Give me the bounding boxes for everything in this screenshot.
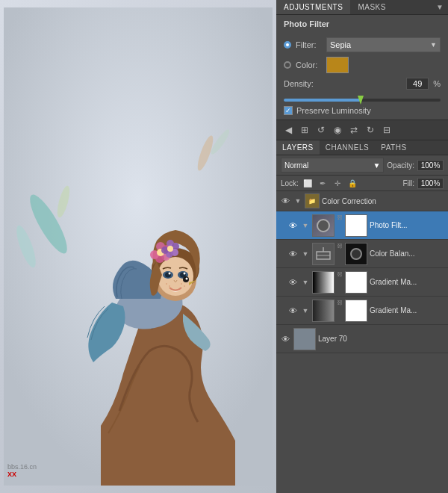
layer-name: Photo Filt... (370, 221, 445, 229)
svg-point-20 (169, 285, 170, 287)
eye-icon[interactable]: 👁 (287, 276, 299, 288)
expand-icon[interactable]: ▼ (301, 221, 310, 230)
preserve-luminosity-row: ✓ Preserve Luminosity (276, 106, 448, 115)
layer-name: Gradient Ma... (370, 278, 445, 286)
tab-masks[interactable]: MASKS (350, 0, 393, 14)
layer-thumbnails: ⛓ (312, 271, 367, 294)
panel-title: Photo Filter (276, 15, 448, 33)
lock-all-button[interactable]: 🔒 (346, 177, 358, 189)
watermark-red: XX (7, 471, 16, 478)
chain-icon: ⛓ (336, 243, 343, 250)
checkmark-icon: ✓ (285, 107, 291, 114)
svg-point-18 (184, 273, 186, 275)
eye-icon[interactable]: 👁 (287, 305, 299, 317)
back-button[interactable]: ◀ (281, 123, 296, 137)
layer-thumb-main (312, 300, 335, 322)
expand-icon[interactable]: ▼ (301, 278, 310, 287)
svg-point-36 (186, 278, 188, 280)
layer-gradient-map-2[interactable]: 👁 ▼ ⛓ Gradient Ma... (276, 297, 448, 325)
panel-toolbar: ◀ ⊞ ↺ ◉ ⇄ ↻ ⊟ (276, 120, 448, 140)
layer-thumb-mask (345, 300, 367, 322)
eye-icon[interactable]: 👁 (279, 195, 291, 207)
expand-icon[interactable]: ▼ (301, 249, 310, 258)
swap-button[interactable]: ⇄ (346, 123, 361, 137)
layer-thumbnails: ⛓ (312, 243, 367, 265)
preserve-luminosity-checkbox[interactable]: ✓ (284, 106, 293, 115)
density-label: Density: (284, 79, 321, 88)
watermark-text: bbs.16.cn (7, 463, 37, 471)
lock-label: Lock: (281, 179, 299, 187)
group-name: Color Correction (322, 197, 445, 205)
preserve-luminosity-label: Preserve Luminosity (296, 106, 371, 115)
fill-label: Fill: (402, 179, 414, 187)
rotate-button[interactable]: ↺ (314, 123, 329, 137)
svg-point-19 (166, 283, 167, 285)
layer-name: Color Balan... (370, 249, 445, 258)
filter-radio-button[interactable] (284, 41, 291, 49)
color-radio-button[interactable] (284, 61, 291, 69)
filter-dropdown[interactable]: Sepia ▼ (326, 37, 441, 52)
density-input[interactable] (406, 78, 429, 90)
layer-thumbnails: ⛓ (312, 214, 367, 237)
delete-button[interactable]: ⊟ (379, 123, 394, 137)
opacity-input[interactable] (417, 160, 444, 171)
expand-icon[interactable]: ▼ (301, 306, 310, 315)
layers-list: 👁 ▼ 📁 Color Correction 👁 ▼ ⛓ Photo Filt.… (276, 191, 448, 493)
density-slider[interactable] (276, 99, 448, 102)
color-label: Color: (296, 61, 322, 69)
fill-input[interactable] (417, 178, 444, 189)
svg-point-22 (184, 285, 185, 287)
blend-mode-dropdown[interactable]: Normal ▼ (281, 158, 384, 173)
eye-icon[interactable]: 👁 (279, 333, 291, 345)
layer-thumb-main (312, 243, 335, 265)
opacity-label: Opacity: (387, 161, 414, 170)
layer-photo-filter[interactable]: 👁 ▼ ⛓ Photo Filt... (276, 211, 448, 240)
right-panel: ADJUSTMENTS MASKS ▼ Photo Filter Filter:… (276, 0, 448, 493)
layer-name: Layer 70 (318, 335, 445, 343)
chain-icon: ⛓ (336, 300, 343, 307)
layer-thumb-main (293, 328, 316, 350)
panel-tab-bar: ADJUSTMENTS MASKS ▼ (276, 0, 448, 15)
layers-controls: Normal ▼ Opacity: (276, 155, 448, 176)
canvas-area: bbs.16.cn XX (0, 0, 276, 493)
layer-color-balance[interactable]: 👁 ▼ ⛓ (276, 240, 448, 268)
layer-thumb-main (312, 271, 335, 294)
grid-button[interactable]: ⊞ (297, 123, 312, 137)
layer-thumbnails (293, 328, 316, 350)
layer-thumb-main (312, 214, 335, 237)
layer-thumb-mask (345, 271, 367, 294)
color-swatch[interactable] (326, 57, 349, 73)
expand-icon[interactable]: ▼ (293, 196, 302, 205)
lock-pixels-button[interactable]: ⬜ (302, 177, 314, 189)
layer-thumb-mask (345, 214, 367, 237)
svg-point-17 (169, 273, 171, 275)
filter-label: Filter: (296, 40, 322, 49)
eye-button[interactable]: ◉ (330, 123, 345, 137)
tab-channels[interactable]: CHANNELS (320, 140, 375, 155)
layer-group-color-correction[interactable]: 👁 ▼ 📁 Color Correction (276, 191, 448, 211)
redo-button[interactable]: ↻ (363, 123, 378, 137)
blend-mode-arrow: ▼ (373, 161, 380, 170)
tab-adjustments[interactable]: ADJUSTMENTS (276, 0, 350, 14)
svg-point-21 (181, 283, 182, 285)
filter-section: Filter: Sepia ▼ Color: Density: % (276, 33, 448, 97)
svg-point-34 (167, 246, 173, 252)
layers-panel: LAYERS CHANNELS PATHS Normal ▼ Opacity: … (276, 140, 448, 493)
chain-icon: ⛓ (336, 271, 343, 279)
lock-position-button[interactable]: ✒ (317, 177, 329, 189)
lock-row: Lock: ⬜ ✒ ✛ 🔒 Fill: (276, 176, 448, 191)
tab-layers[interactable]: LAYERS (276, 140, 320, 155)
layer-gradient-map-1[interactable]: 👁 ▼ ⛓ Gradient Ma... (276, 268, 448, 297)
chevron-down-icon: ▼ (430, 41, 437, 49)
eye-icon[interactable]: 👁 (287, 220, 299, 232)
filter-value: Sepia (330, 40, 351, 49)
layer-name: Gradient Ma... (370, 306, 445, 314)
panel-menu-button[interactable]: ▼ (432, 0, 448, 14)
tab-paths[interactable]: PATHS (375, 140, 412, 155)
layer-thumb-mask (345, 243, 367, 265)
eye-icon[interactable]: 👁 (287, 248, 299, 260)
layer-70[interactable]: 👁 Layer 70 (276, 325, 448, 353)
folder-icon: 📁 (305, 193, 320, 208)
lock-move-button[interactable]: ✛ (332, 177, 343, 189)
density-percent: % (433, 79, 441, 88)
